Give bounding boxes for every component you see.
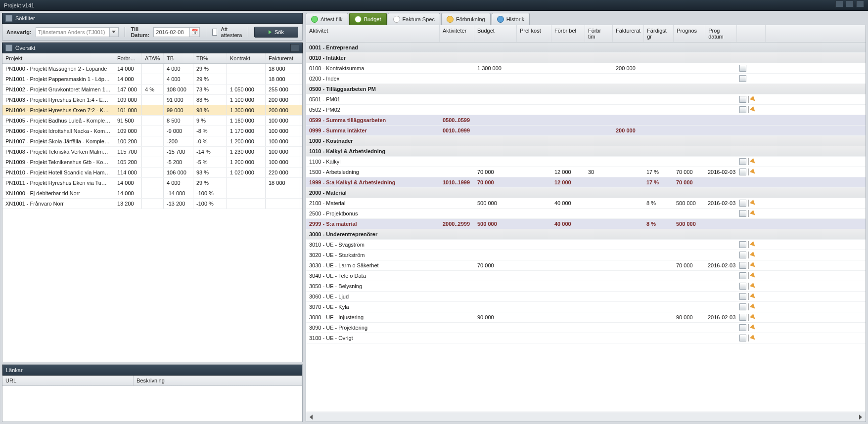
tab-faktura[interactable]: Faktura Spec <box>388 13 440 25</box>
budget-row[interactable]: 1500 - Arbetsledning70 00012 0003017 %70… <box>306 167 866 177</box>
pencil-icon[interactable] <box>750 241 757 248</box>
table-row[interactable]: PN1010 - Projekt Hotell Scandic via Hamm… <box>2 168 302 178</box>
grid-icon[interactable] <box>739 272 746 279</box>
bcol-forbrtim[interactable]: Förbr tim <box>585 25 613 42</box>
pencil-icon[interactable] <box>750 200 757 207</box>
col-kontrakt[interactable]: Kontrakt <box>227 53 266 63</box>
grid-icon[interactable] <box>739 200 746 207</box>
table-row[interactable]: PN1008 - Projekt Tekniska Verken Malmö -… <box>2 147 302 157</box>
att-attestera-checkbox[interactable] <box>212 29 217 36</box>
col-projekt[interactable]: Projekt <box>2 53 114 63</box>
budget-row[interactable]: 3020 - UE - Starkström <box>306 250 866 260</box>
bcol-forbrbel[interactable]: Förbr bel <box>551 25 585 42</box>
table-row[interactable]: PN1004 - Projekt Hyreshus Oxen 7:2 - Kom… <box>2 105 302 116</box>
pencil-icon[interactable] <box>750 272 757 279</box>
maximize-icon[interactable] <box>846 0 854 7</box>
budget-row[interactable]: 3030 - UE - Larm o Säkerhet70 00070 0002… <box>306 260 866 271</box>
pencil-icon[interactable] <box>750 283 757 290</box>
table-row[interactable]: PN1005 - Projekt Badhus Luleå - Komplett… <box>2 116 302 126</box>
scroll-left-icon[interactable] <box>307 413 315 421</box>
table-row[interactable]: PN1002 - Projekt Gruvkontoret Malmen 1:1… <box>2 85 302 95</box>
budget-row[interactable]: 0200 - Index <box>306 74 866 84</box>
pencil-icon[interactable] <box>750 314 757 321</box>
tab-forbrukning[interactable]: Förbrukning <box>441 13 491 25</box>
table-row[interactable]: XN1001 - Frånvaro Norr13 200-13 200-100 … <box>2 199 302 209</box>
grid-icon[interactable] <box>739 303 746 310</box>
col-beskrivning[interactable]: Beskrivning <box>134 376 252 385</box>
budget-row[interactable]: 3070 - UE - Kyla <box>306 302 866 312</box>
pencil-icon[interactable] <box>750 158 757 165</box>
table-row[interactable]: PN1006 - Projekt Idrottshall Nacka - Kom… <box>2 126 302 136</box>
grid-icon[interactable] <box>739 65 746 72</box>
pencil-icon[interactable] <box>750 252 757 258</box>
bcol-prelkost[interactable]: Prel kost <box>517 25 551 42</box>
bcol-fardigstgr[interactable]: Färdigst gr <box>644 25 674 42</box>
chevron-down-icon[interactable] <box>110 27 119 37</box>
pencil-icon[interactable] <box>750 169 757 175</box>
tab-budget[interactable]: Budget <box>349 13 387 25</box>
budget-row[interactable]: 3010 - UE - Svagström <box>306 240 866 250</box>
grid-icon[interactable] <box>739 241 746 248</box>
budget-row[interactable]: 3080 - UE - Injustering90 00090 0002016-… <box>306 312 866 323</box>
table-row[interactable]: PN1003 - Projekt Hyreshus Eken 1:4 - Enk… <box>2 95 302 105</box>
table-row[interactable]: XN1000 - Ej debiterbar tid Norr14 000-14… <box>2 188 302 199</box>
table-row[interactable]: PN1007 - Projekt Skola Järfälla - Komple… <box>2 136 302 147</box>
search-button[interactable]: Sök <box>254 27 298 38</box>
scroll-right-icon[interactable] <box>857 413 865 421</box>
grid-icon[interactable] <box>739 96 746 103</box>
pencil-icon[interactable] <box>750 106 757 113</box>
budget-row[interactable]: 0100 - Kontraktsumma1 300 000200 000 <box>306 63 866 74</box>
grid-icon[interactable] <box>739 158 746 165</box>
budget-row[interactable]: 0501 - PM01 <box>306 94 866 105</box>
grid-icon[interactable] <box>739 335 746 341</box>
budget-row[interactable]: 3050 - UE - Belysning <box>306 281 866 292</box>
grid-icon[interactable] <box>739 283 746 290</box>
col-tb[interactable]: TB <box>164 53 193 63</box>
budget-row[interactable]: 3090 - UE - Projektering <box>306 323 866 333</box>
ansvarig-combo[interactable] <box>36 27 119 37</box>
table-row[interactable]: PN1011 - Projekt Hyreshus Eken via Tumst… <box>2 178 302 188</box>
col-url[interactable]: URL <box>2 376 134 385</box>
pencil-icon[interactable] <box>750 335 757 341</box>
ansvarig-input[interactable] <box>36 27 110 37</box>
col-forbrukat[interactable]: Forbrukat <box>114 53 142 63</box>
table-row[interactable]: PN1000 - Projekt Massugnen 2 - Löpande14… <box>2 64 302 74</box>
grid-icon[interactable] <box>739 106 746 113</box>
pencil-icon[interactable] <box>750 210 757 217</box>
budget-row[interactable]: 3040 - UE - Tele o Data <box>306 271 866 281</box>
tab-historik[interactable]: Historik <box>492 13 530 25</box>
pencil-icon[interactable] <box>750 293 757 300</box>
tab-attest[interactable]: Attest flik <box>306 13 348 25</box>
budget-row[interactable]: 2500 - Projektbonus <box>306 209 866 219</box>
pencil-icon[interactable] <box>750 96 757 103</box>
bcol-fakturerat[interactable]: Fakturerat <box>613 25 644 42</box>
grid-icon[interactable] <box>739 252 746 258</box>
col-tbp[interactable]: TB% <box>193 53 227 63</box>
bcol-aktiviteter[interactable]: Aktiviteter <box>440 25 474 42</box>
bcol-prognos[interactable]: Prognos <box>674 25 705 42</box>
table-row[interactable]: PN1009 - Projekt Teknikenshus Gtb - Komp… <box>2 157 302 168</box>
budget-row[interactable]: 2100 - Material500 00040 0008 %500 00020… <box>306 198 866 209</box>
till-datum-input[interactable] <box>153 27 190 37</box>
grid-icon[interactable] <box>739 262 746 269</box>
minimize-icon[interactable] <box>835 0 843 7</box>
calendar-icon[interactable]: 📅 <box>190 27 200 37</box>
bcol-budget[interactable]: Budget <box>474 25 517 42</box>
pencil-icon[interactable] <box>750 324 757 331</box>
budget-row[interactable]: 3100 - UE - Övrigt <box>306 333 866 343</box>
grid-icon[interactable] <box>739 324 746 331</box>
budget-row[interactable]: 1100 - Kalkyl <box>306 157 866 167</box>
bcol-progdatum[interactable]: Prog datum <box>705 25 737 42</box>
bcol-aktivitet[interactable]: Aktivitet <box>306 25 440 42</box>
close-icon[interactable] <box>856 0 864 7</box>
grid-icon[interactable] <box>739 314 746 321</box>
grid-icon[interactable] <box>739 75 746 82</box>
pencil-icon[interactable] <box>750 262 757 269</box>
table-row[interactable]: PN1001 - Projekt Pappersmaskin 1 - Löpan… <box>2 74 302 85</box>
grid-icon[interactable] <box>739 169 746 175</box>
col-fakturerat[interactable]: Fakturerat <box>266 53 300 63</box>
grid-icon[interactable] <box>739 210 746 217</box>
till-datum-field[interactable]: 📅 <box>153 27 200 37</box>
budget-hscroll[interactable] <box>306 412 866 422</box>
grid-icon[interactable] <box>739 293 746 300</box>
